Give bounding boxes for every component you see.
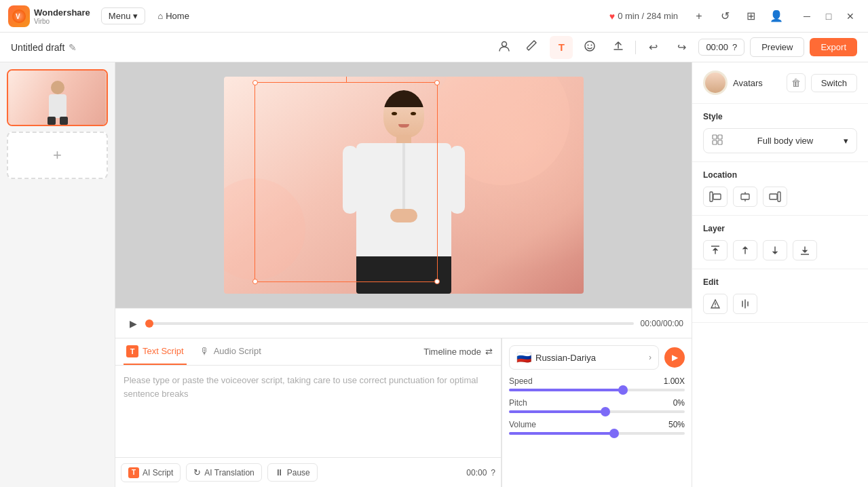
avatars-label: Avatars	[733, 78, 781, 88]
brand-name: Wondershare	[34, 7, 90, 18]
svg-rect-8	[49, 94, 67, 118]
menu-button[interactable]: Menu ▾	[101, 7, 146, 24]
redo-button[interactable]: ↪	[670, 36, 693, 59]
layer-up-button[interactable]	[733, 240, 757, 260]
script-time: 00:00 ?	[466, 468, 495, 478]
minimize-icon: ─	[804, 11, 810, 22]
svg-rect-10	[60, 117, 68, 125]
layer-down-button[interactable]	[763, 240, 787, 260]
refresh-button[interactable]: ↺	[715, 6, 735, 26]
slide-preview-1	[8, 71, 107, 125]
upload-tool-button[interactable]	[607, 36, 630, 59]
volume-label: Volume	[509, 420, 536, 429]
audio-script-icon: 🎙	[200, 346, 210, 357]
speed-slider[interactable]	[509, 389, 685, 391]
canvas-container[interactable]	[115, 62, 692, 308]
avatar-thumbnail	[703, 71, 728, 95]
slide-1[interactable]: 1	[7, 69, 108, 126]
script-placeholder: Please type or paste the voiceover scrip…	[124, 374, 493, 400]
style-dropdown[interactable]: Full body view ▾	[703, 128, 857, 153]
play-voice-button[interactable]: ▶	[664, 347, 685, 368]
add-button[interactable]: +	[689, 6, 709, 26]
progress-thumb[interactable]	[145, 319, 153, 328]
timeline-mode-toggle[interactable]: Timeline mode ⇄	[423, 347, 493, 357]
voice-selector[interactable]: 🇷🇺 Russian-Dariya ›	[509, 345, 659, 370]
svg-point-26	[715, 306, 716, 307]
timeline-mode-label: Timeline mode	[423, 347, 481, 357]
timeline-mode-icon: ⇄	[485, 347, 493, 357]
maximize-button[interactable]: □	[819, 7, 838, 26]
preview-label: Preview	[761, 42, 793, 52]
volume-header: Volume 50%	[509, 420, 685, 429]
svg-rect-14	[718, 140, 722, 144]
home-icon: ⌂	[157, 11, 163, 21]
voice-row: 🇷🇺 Russian-Dariya › ▶	[509, 345, 685, 370]
tab-audio-script[interactable]: 🎙 Audio Script	[197, 338, 264, 365]
play-button[interactable]: ▶	[124, 314, 143, 333]
svg-rect-13	[713, 140, 717, 144]
location-section: Location	[692, 162, 868, 216]
svg-point-4	[588, 44, 589, 45]
progress-track[interactable]	[149, 322, 634, 325]
script-content-area[interactable]: Please type or paste the voiceover scrip…	[115, 366, 501, 457]
pitch-thumb[interactable]	[601, 407, 610, 416]
heart-icon: ♥	[609, 11, 615, 22]
add-slide-button[interactable]: +	[7, 132, 108, 179]
voice-flag: 🇷🇺	[516, 350, 531, 365]
home-label: Home	[166, 11, 189, 21]
layer-to-bottom-button[interactable]	[793, 240, 817, 260]
brush-tool-button[interactable]	[521, 36, 544, 59]
pitch-slider[interactable]	[509, 410, 685, 413]
export-button[interactable]: Export	[810, 38, 857, 56]
layer-to-top-button[interactable]	[703, 240, 728, 260]
style-arrow-icon: ▾	[844, 136, 848, 146]
edit-action-2-button[interactable]	[733, 294, 757, 314]
speed-param: Speed 1.00X	[509, 376, 685, 391]
location-right-button[interactable]	[763, 187, 787, 207]
minimize-button[interactable]: ─	[797, 7, 816, 26]
pause-button[interactable]: ⏸ Pause	[267, 463, 318, 482]
close-button[interactable]: ✕	[841, 7, 860, 26]
avatar-lower	[356, 256, 451, 294]
ai-script-button[interactable]: T AI Script	[121, 463, 181, 482]
layer-section: Layer	[692, 216, 868, 269]
edit-draft-icon[interactable]: ✎	[69, 42, 77, 53]
pitch-header: Pitch 0%	[509, 398, 685, 408]
export-label: Export	[820, 42, 846, 52]
tab-text-script[interactable]: T Text Script	[124, 338, 187, 365]
volume-param: Volume 50%	[509, 420, 685, 435]
speed-thumb[interactable]	[618, 385, 628, 395]
switch-button[interactable]: Switch	[811, 74, 857, 92]
avatar-tool-button[interactable]	[493, 36, 516, 59]
style-dropdown-icon	[712, 134, 723, 147]
menu-label: Menu	[109, 11, 131, 21]
selection-handle-line	[346, 77, 347, 83]
undo-button[interactable]: ↩	[641, 36, 664, 59]
delete-avatar-button[interactable]: 🗑	[787, 73, 806, 92]
edit-action-1-button[interactable]	[703, 294, 728, 314]
ai-translation-button[interactable]: ↻ AI Translation	[186, 463, 261, 482]
volume-thumb[interactable]	[609, 429, 619, 438]
grid-view-button[interactable]: ⊞	[740, 6, 761, 26]
home-button[interactable]: ⌂ Home	[151, 8, 196, 24]
draft-title-text: Untitled draft	[11, 42, 64, 53]
ai-translation-label: AI Translation	[204, 468, 254, 478]
location-left-button[interactable]	[703, 187, 728, 207]
text-tool-button[interactable]: T	[550, 36, 573, 59]
selection-handle-tl[interactable]	[252, 80, 258, 85]
volume-slider[interactable]	[509, 432, 685, 435]
svg-rect-16	[713, 194, 721, 199]
time-value: 00:00	[706, 42, 728, 52]
topbar-actions: + ↺ ⊞ 👤	[689, 6, 787, 26]
preview-button[interactable]: Preview	[750, 37, 804, 57]
script-bottom-bar: T AI Script ↻ AI Translation ⏸ Pause 00:…	[115, 457, 501, 487]
toolbar2: Untitled draft ✎ T ↩ ↪ 00:00 ? Preview	[0, 33, 868, 62]
volume-fill	[509, 432, 614, 435]
script-tabs: T Text Script 🎙 Audio Script Timeline mo…	[115, 338, 501, 366]
avatar-tool-icon	[498, 40, 510, 55]
profile-button[interactable]: 👤	[766, 6, 787, 26]
location-center-button[interactable]	[733, 187, 757, 207]
profile-icon: 👤	[770, 9, 783, 22]
svg-text:V: V	[16, 13, 20, 20]
emoji-tool-button[interactable]	[578, 36, 601, 59]
